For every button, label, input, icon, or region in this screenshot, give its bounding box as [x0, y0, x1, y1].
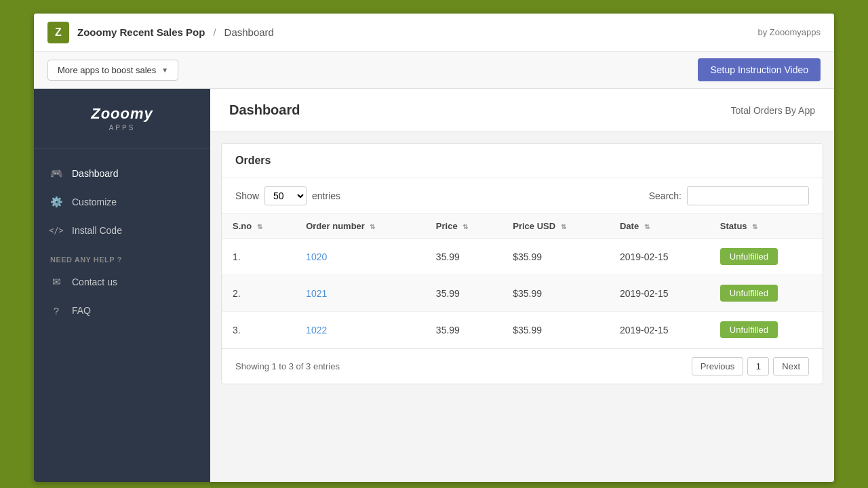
- showing-entries-text: Showing 1 to 3 of 3 entries: [235, 361, 340, 371]
- sidebar-item-dashboard[interactable]: 🎮 Dashboard: [34, 159, 210, 188]
- content-area: Dashboard Total Orders By App Orders Sho…: [210, 89, 834, 482]
- cell-price-usd: $35.99: [502, 275, 609, 312]
- content-header: Dashboard Total Orders By App: [210, 89, 834, 132]
- cell-date: 2019-02-15: [609, 239, 709, 275]
- orders-table: S.no ⇅ Order number ⇅ Price ⇅: [222, 214, 823, 348]
- pagination: Previous 1 Next: [692, 357, 809, 375]
- dropdown-arrow-icon: ▼: [161, 66, 168, 74]
- entries-label: entries: [312, 190, 340, 201]
- cell-price: 35.99: [425, 275, 502, 312]
- table-row: 2. 1021 35.99 $35.99 2019-02-15 Unfulfil…: [222, 275, 823, 312]
- sort-icon-sno: ⇅: [257, 223, 262, 230]
- cell-order-num: 1020: [295, 239, 425, 275]
- setup-video-button[interactable]: Setup Instruction Video: [698, 58, 821, 81]
- app-icon-symbol: Z: [55, 26, 62, 39]
- search-label: Search:: [649, 190, 682, 201]
- sort-icon-status: ⇅: [752, 223, 757, 230]
- cell-price-usd: $35.99: [502, 239, 609, 275]
- prev-button[interactable]: Previous: [692, 357, 744, 375]
- faq-icon: ?: [50, 304, 62, 317]
- next-button[interactable]: Next: [773, 357, 809, 375]
- sidebar-item-contact[interactable]: ✉ Contact us: [34, 268, 210, 296]
- status-badge: Unfulfilled: [720, 285, 778, 302]
- setup-video-label: Setup Instruction Video: [710, 64, 808, 75]
- sidebar-item-label-faq: FAQ: [72, 305, 91, 316]
- cell-date: 2019-02-15: [609, 275, 709, 312]
- orders-section-title: Orders: [222, 144, 823, 178]
- col-status[interactable]: Status ⇅: [709, 214, 823, 239]
- logo-main: Zooomy: [91, 105, 153, 122]
- orders-section: Orders Show 50 10 25 100 entries Search: [221, 143, 823, 384]
- cell-status: Unfulfilled: [709, 275, 823, 312]
- sort-icon-date: ⇅: [644, 223, 650, 230]
- search-input[interactable]: [687, 186, 809, 205]
- dashboard-icon: 🎮: [50, 167, 62, 180]
- sidebar-item-label-contact: Contact us: [72, 277, 117, 287]
- app-icon: Z: [47, 22, 69, 43]
- total-orders-label: Total Orders By App: [730, 105, 815, 116]
- table-row: 3. 1022 35.99 $35.99 2019-02-15 Unfulfil…: [222, 312, 823, 348]
- cell-order-num: 1022: [295, 312, 425, 348]
- cell-sno: 1.: [222, 239, 295, 275]
- page-number: 1: [747, 357, 769, 375]
- col-price[interactable]: Price ⇅: [425, 214, 502, 239]
- code-icon: </>: [50, 224, 62, 237]
- table-row: 1. 1020 35.99 $35.99 2019-02-15 Unfulfil…: [222, 239, 823, 275]
- main-layout: Zooomy APPS 🎮 Dashboard ⚙️ Customize </>…: [34, 89, 834, 482]
- more-apps-label: More apps to boost sales: [58, 65, 156, 75]
- cell-status: Unfulfilled: [709, 239, 823, 275]
- email-icon: ✉: [50, 276, 62, 288]
- cell-price-usd: $35.99: [502, 312, 609, 348]
- cell-date: 2019-02-15: [609, 312, 709, 348]
- sort-icon-price: ⇅: [462, 223, 468, 230]
- table-head: S.no ⇅ Order number ⇅ Price ⇅: [222, 214, 823, 239]
- sidebar-item-install-code[interactable]: </> Install Code: [34, 216, 210, 245]
- secondary-nav: More apps to boost sales ▼ Setup Instruc…: [34, 52, 834, 89]
- app-title: Zooomy Recent Sales Pop: [77, 26, 205, 38]
- top-nav: Z Zooomy Recent Sales Pop / Dashboard by…: [34, 14, 834, 52]
- cell-order-num: 1021: [295, 275, 425, 312]
- col-sno[interactable]: S.no ⇅: [222, 214, 295, 239]
- col-order-number[interactable]: Order number ⇅: [295, 214, 425, 239]
- cell-price: 35.99: [425, 239, 502, 275]
- table-body: 1. 1020 35.99 $35.99 2019-02-15 Unfulfil…: [222, 239, 823, 348]
- cell-price: 35.99: [425, 312, 502, 348]
- status-badge: Unfulfilled: [720, 248, 778, 265]
- content-title: Dashboard: [229, 102, 300, 118]
- sidebar-item-faq[interactable]: ? FAQ: [34, 296, 210, 325]
- cell-sno: 3.: [222, 312, 295, 348]
- show-entries-control: Show 50 10 25 100 entries: [235, 186, 340, 205]
- table-footer: Showing 1 to 3 of 3 entries Previous 1 N…: [222, 348, 823, 384]
- top-nav-left: Z Zooomy Recent Sales Pop / Dashboard: [47, 22, 274, 43]
- breadcrumb-sep: /: [213, 26, 216, 38]
- sidebar-item-label-dashboard: Dashboard: [72, 168, 119, 179]
- customize-icon: ⚙️: [50, 196, 62, 208]
- sidebar-navigation: 🎮 Dashboard ⚙️ Customize </> Install Cod…: [34, 148, 210, 482]
- sort-icon-order: ⇅: [370, 223, 375, 230]
- logo-text: Zooomy: [91, 105, 153, 123]
- more-apps-button[interactable]: More apps to boost sales ▼: [47, 60, 178, 81]
- cell-sno: 2.: [222, 275, 295, 312]
- sidebar-logo: Zooomy APPS: [34, 89, 210, 148]
- cell-status: Unfulfilled: [709, 312, 823, 348]
- search-box: Search:: [649, 186, 809, 205]
- table-controls: Show 50 10 25 100 entries Search:: [222, 178, 823, 214]
- by-text: by Zooomyapps: [758, 27, 821, 37]
- show-label: Show: [235, 190, 259, 201]
- col-price-usd[interactable]: Price USD ⇅: [502, 214, 609, 239]
- sidebar: Zooomy APPS 🎮 Dashboard ⚙️ Customize </>…: [34, 89, 210, 482]
- sidebar-item-label-customize: Customize: [72, 197, 117, 207]
- entries-select[interactable]: 50 10 25 100: [264, 186, 307, 205]
- order-link-1022[interactable]: 1022: [306, 325, 327, 336]
- sidebar-item-customize[interactable]: ⚙️ Customize: [34, 188, 210, 216]
- help-section-title: NEED ANY HELP ?: [34, 245, 210, 268]
- order-link-1020[interactable]: 1020: [306, 251, 327, 262]
- app-container: Z Zooomy Recent Sales Pop / Dashboard by…: [34, 14, 834, 482]
- logo-sub: APPS: [91, 124, 153, 131]
- order-link-1021[interactable]: 1021: [306, 288, 327, 299]
- breadcrumb-page: Dashboard: [224, 26, 274, 38]
- table-header-row: S.no ⇅ Order number ⇅ Price ⇅: [222, 214, 823, 239]
- sort-icon-price-usd: ⇅: [561, 223, 566, 230]
- sidebar-item-label-install: Install Code: [72, 225, 122, 236]
- col-date[interactable]: Date ⇅: [609, 214, 709, 239]
